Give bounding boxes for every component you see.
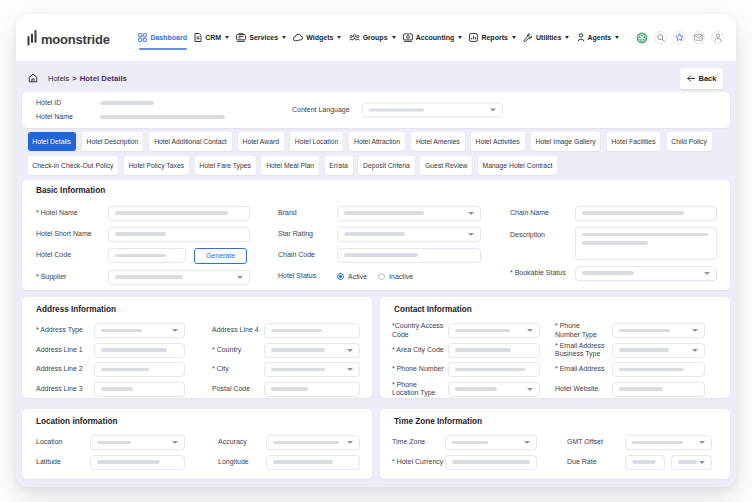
moonstride-logo[interactable]: moonstride (27, 29, 110, 46)
time-zone-select[interactable] (445, 435, 537, 450)
user-button[interactable] (711, 31, 724, 44)
form-row-star-rating: Star Rating (278, 227, 481, 242)
home-icon[interactable] (28, 73, 38, 83)
location-information-section: Location information LocationAccuracyLat… (22, 409, 372, 479)
tab-manage-hotel-contract[interactable]: Manage Hotel Contract (478, 156, 558, 175)
area-city-code-input[interactable] (448, 343, 540, 358)
chain-name-input[interactable] (575, 206, 717, 221)
nav-item-utilities[interactable]: Utilities (519, 14, 572, 61)
address-line-2-input[interactable] (94, 362, 185, 377)
country-select[interactable] (264, 343, 360, 358)
back-button[interactable]: Back (680, 68, 723, 89)
utilities-icon (523, 33, 533, 42)
radio-label: Active (348, 273, 367, 280)
radio-option-inactive[interactable]: Inactive (378, 273, 413, 280)
nav-item-reports[interactable]: Reports (466, 14, 520, 61)
radio-selected-icon[interactable] (337, 273, 344, 280)
mail-button[interactable] (692, 31, 705, 44)
tab-hotel-description[interactable]: Hotel Description (82, 132, 143, 151)
address-line-3-input[interactable] (94, 382, 185, 397)
gmt-offset-select[interactable] (625, 435, 712, 450)
radio-unselected-icon[interactable] (378, 273, 385, 280)
nav-item-agents[interactable]: Agents (573, 14, 623, 61)
content-language-select[interactable] (362, 103, 503, 118)
tab-hotel-activities[interactable]: Hotel Activities (471, 132, 525, 151)
generate-button[interactable]: Generate (194, 248, 247, 264)
tab-child-policy[interactable]: Child Policy (667, 132, 712, 151)
skeleton-text-bar (101, 329, 142, 333)
nav-item-widgets[interactable]: Widgets (290, 14, 345, 61)
skeleton-text-bar (344, 253, 418, 257)
search-icon (657, 34, 665, 42)
nav-item-services[interactable]: Services (233, 14, 290, 61)
skeleton-text-bar (582, 271, 634, 275)
country-access-code-select[interactable] (448, 323, 540, 338)
bookable-status-select[interactable] (575, 266, 717, 281)
tab-hotel-image-gallery[interactable]: Hotel Image Gallery (531, 132, 601, 151)
phone-number-type-select[interactable] (612, 323, 705, 338)
tab-hotel-award[interactable]: Hotel Award (238, 132, 284, 151)
hotel-website-input[interactable] (612, 382, 705, 397)
skeleton-text-bar (97, 460, 160, 464)
postal-code-input[interactable] (264, 382, 360, 397)
location-select[interactable] (90, 435, 185, 450)
skeleton-text-bar (455, 387, 497, 391)
page-content: Hotels > Hotel Details Back Hotel IDHote… (16, 61, 736, 479)
email-address-input[interactable] (612, 362, 705, 377)
chain-code-input[interactable] (337, 248, 481, 263)
nav-item-dashboard[interactable]: Dashboard (135, 14, 191, 61)
email-address-business-type-select[interactable] (612, 343, 705, 358)
latitude-input[interactable] (90, 455, 185, 470)
assistant-button[interactable] (635, 31, 648, 44)
search-button[interactable] (654, 31, 667, 44)
phone-location-type-select[interactable] (448, 382, 540, 397)
skeleton-text-bar (115, 232, 166, 236)
city-select[interactable] (264, 362, 360, 377)
field-label: * Email Address Business Type (555, 342, 612, 358)
address-line-1-input[interactable] (94, 343, 185, 358)
supplier-select[interactable] (108, 270, 250, 285)
tab-hotel-attraction[interactable]: Hotel Attraction (349, 132, 405, 151)
tab-hotel-details[interactable]: Hotel Details (28, 132, 76, 151)
radio-option-active[interactable]: Active (337, 273, 367, 280)
due-rate-input[interactable] (625, 455, 665, 470)
tab-check-in-check-out-policy[interactable]: Check-in Check-Out Policy (28, 156, 119, 175)
star-button[interactable] (673, 31, 686, 44)
tab-hotel-meal-plan[interactable]: Hotel Meal Plan (261, 156, 319, 175)
tab-guest-review[interactable]: Guest Review (420, 156, 472, 175)
nav-item-crm[interactable]: CRM (191, 14, 233, 61)
chevron-down-icon (347, 349, 353, 352)
skeleton-text-bar (455, 368, 525, 372)
chevron-down-icon (225, 36, 229, 39)
breadcrumb-hotels-link[interactable]: Hotels (48, 74, 69, 83)
tab-hotel-fare-types[interactable]: Hotel Fare Types (195, 156, 256, 175)
phone-number-input[interactable] (448, 362, 540, 377)
hotel-name-input[interactable] (108, 206, 250, 221)
star-rating-select[interactable] (337, 227, 481, 242)
tab-hotel-amenies[interactable]: Hotel Amenies (411, 132, 464, 151)
tab-hotel-facilities[interactable]: Hotel Facilities (607, 132, 661, 151)
hotel-short-name-input[interactable] (108, 227, 250, 242)
chevron-down-icon (337, 36, 341, 39)
tab-errata[interactable]: Errata (325, 156, 353, 175)
longitude-input[interactable] (266, 455, 360, 470)
due-rate-select[interactable] (671, 455, 712, 470)
description-textarea[interactable] (575, 227, 717, 260)
nav-item-groups[interactable]: Groups (345, 14, 399, 61)
field-label: Address Line 3 (36, 385, 94, 393)
field-label: Address Line 1 (36, 346, 94, 354)
address-line-4-input[interactable] (264, 323, 360, 338)
tab-hotel-additional-contact[interactable]: Hotel Additional Contact (149, 132, 231, 151)
hotel-currency-input[interactable] (445, 455, 537, 470)
chevron-down-icon (468, 212, 474, 215)
accuracy-select[interactable] (266, 435, 360, 450)
nav-item-accounting[interactable]: Accounting (399, 14, 466, 61)
hotel-code-input[interactable] (108, 248, 186, 263)
tab-deposit-criteria[interactable]: Deposit Criteria (358, 156, 414, 175)
tab-hotel-policy-taxes[interactable]: Hotel Policy Taxes (124, 156, 189, 175)
brand-select[interactable] (337, 206, 481, 221)
tab-hotel-location[interactable]: Hotel Location (290, 132, 343, 151)
address-information-section: Address Information * Address TypeAddres… (22, 297, 372, 398)
field-label: * Bookable Status (510, 269, 575, 277)
address-type-select[interactable] (94, 323, 185, 338)
